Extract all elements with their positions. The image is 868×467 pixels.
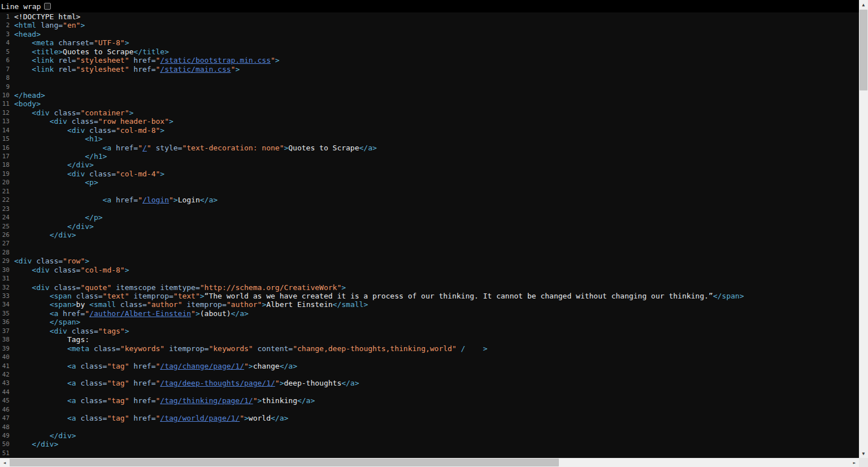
source-token: > [196, 309, 200, 318]
scroll-left-button[interactable]: ◄ [0, 458, 9, 467]
source-token: > [275, 56, 280, 64]
line-number: 33 [0, 292, 14, 300]
line-number: 5 [0, 47, 14, 56]
source-line: 49 </div> [0, 431, 859, 440]
vertical-scrollbar[interactable]: ▲ ▼ [859, 0, 868, 458]
source-token: <body> [14, 100, 41, 108]
source-token: > [125, 266, 129, 274]
source-link[interactable]: /tag/deep-thoughts/page/1/ [160, 379, 275, 387]
source-token: <div [32, 109, 49, 117]
line-number: 25 [0, 222, 14, 231]
line-number: 23 [0, 205, 14, 213]
scroll-up-button[interactable]: ▲ [859, 0, 868, 9]
source-line: 17 </h1> [0, 152, 859, 161]
source-token: “The world as we have created it is a pr… [205, 292, 713, 300]
line-content: <a class="tag" href="/tag/change/page/1/… [14, 362, 297, 370]
source-link[interactable]: /tag/world/page/1/ [160, 414, 240, 422]
source-line: 16 <a href="/" style="text-decoration: n… [0, 144, 859, 152]
source-line: 41 <a class="tag" href="/tag/change/page… [0, 362, 859, 370]
source-token [14, 109, 32, 117]
source-link[interactable]: /login [142, 196, 169, 204]
source-line: 46 [0, 405, 859, 414]
line-number: 9 [0, 83, 14, 91]
source-token: content= [253, 344, 293, 353]
source-token: charset= [54, 38, 93, 47]
source-token: class= [116, 300, 147, 309]
line-wrap-checkbox[interactable] [44, 3, 51, 10]
source-token: world [249, 414, 271, 422]
line-content: <div class="container"> [14, 109, 133, 117]
source-token: "col-md-8" [116, 126, 160, 135]
line-number: 51 [0, 449, 14, 457]
source-token: Quotes to Scrape [63, 47, 133, 56]
source-link[interactable]: /static/main.css [160, 65, 231, 73]
source-line: 2<html lang="en"> [0, 21, 859, 29]
arrow-down-icon: ▼ [862, 451, 865, 456]
horizontal-scrollbar-thumb[interactable] [10, 459, 559, 466]
line-content: <a href="/login">Login</a> [14, 196, 218, 204]
source-token: Albert Einstein [266, 300, 332, 309]
source-token: deep-thoughts [284, 379, 341, 387]
source-link[interactable]: / [142, 144, 147, 152]
source-token: "tag" [107, 396, 129, 405]
source-token: > [235, 65, 240, 73]
line-number: 19 [0, 170, 14, 178]
source-line: 14 <div class="col-md-8"> [0, 126, 859, 135]
line-content: <title>Quotes to Scrape</title> [14, 47, 169, 56]
line-content: <p> [14, 178, 98, 187]
source-token: <div [32, 266, 49, 274]
source-token: > [80, 21, 85, 29]
source-token: "stylesheet" [76, 56, 129, 64]
source-token: Quotes to Scrape [288, 144, 359, 152]
source-link[interactable]: /author/Albert-Einstein [89, 309, 191, 318]
source-token: "row header-box" [98, 117, 169, 126]
source-token: "col-md-8" [80, 266, 124, 274]
source-token: " [271, 56, 275, 64]
source-link[interactable]: /tag/thinking/page/1/ [160, 396, 253, 405]
line-number: 47 [0, 414, 14, 422]
line-content: </div> [14, 431, 76, 440]
source-token: class= [85, 170, 116, 178]
source-token: "container" [80, 109, 129, 117]
line-content: <head> [14, 30, 41, 38]
source-token: "change,deep-thoughts,thinking,world" [293, 344, 457, 353]
source-token [14, 440, 32, 448]
source-token: class= [76, 379, 107, 387]
line-content: Tags: [14, 335, 89, 344]
source-line: 22 <a href="/login">Login</a> [0, 196, 859, 204]
line-number: 20 [0, 178, 14, 187]
source-token [14, 266, 32, 274]
source-token: itemprop= [164, 344, 209, 353]
source-token: href= [111, 144, 138, 152]
source-token: Login [178, 196, 200, 204]
source-line: 42 [0, 370, 859, 379]
source-token: <div [50, 117, 67, 126]
source-token: > [173, 196, 178, 204]
source-token [14, 213, 85, 222]
line-wrap-toggle[interactable]: Line wrap [1, 2, 51, 11]
line-number: 29 [0, 257, 14, 265]
scroll-down-button[interactable]: ▼ [859, 449, 868, 458]
source-token: <a [67, 396, 76, 405]
arrow-up-icon: ▲ [862, 2, 865, 7]
line-number: 39 [0, 344, 14, 353]
source-token: "row" [63, 257, 85, 265]
line-content: </div> [14, 161, 94, 169]
horizontal-scrollbar[interactable]: ◄ ► [0, 458, 859, 467]
source-token: href= [129, 414, 156, 422]
source-link[interactable]: /tag/change/page/1/ [160, 362, 244, 370]
source-line: 38 Tags: [0, 335, 859, 344]
source-token [14, 196, 103, 204]
source-line: 24 </p> [0, 213, 859, 222]
source-token: </p> [85, 213, 102, 222]
scroll-right-button[interactable]: ► [850, 458, 859, 467]
vertical-scrollbar-thumb[interactable] [860, 10, 867, 90]
line-content: <div class="col-md-8"> [14, 126, 164, 135]
source-token: "text" [173, 292, 200, 300]
source-token [14, 318, 50, 326]
source-token: <a [103, 196, 112, 204]
source-token: (about) [200, 309, 231, 318]
source-link[interactable]: /static/bootstrap.min.css [160, 56, 271, 64]
source-token [14, 178, 85, 187]
source-line: 48 [0, 423, 859, 431]
